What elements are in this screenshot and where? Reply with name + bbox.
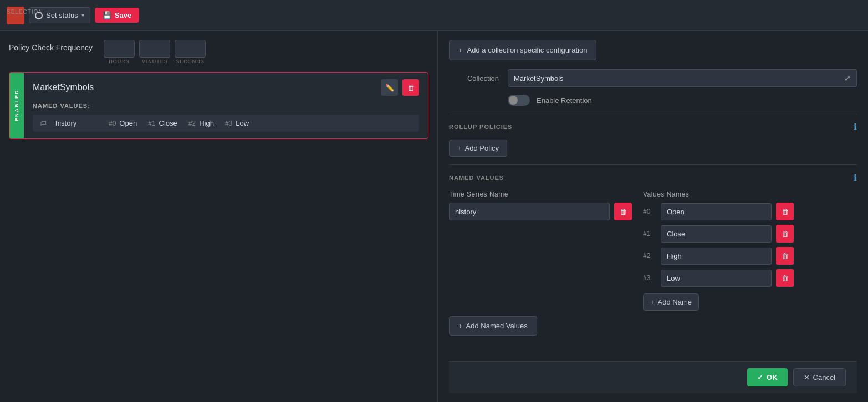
value-name-input-3[interactable] [661,270,772,287]
expand-icon: ⤢ [844,74,851,83]
nv-value-0: #0 Open [109,119,137,127]
card-edit-button[interactable]: ✏️ [381,79,398,96]
named-values-section-label: NAMED VALUES [449,174,504,181]
plus-icon-policy: + [457,144,462,152]
value-index-3: #3 [643,274,656,282]
card-header: MarketSymbols ✏️ 🗑 [33,79,419,96]
hours-label: HOURS [109,59,130,64]
collection-input-value: MarketSymbols [514,74,564,83]
enabled-tab: ENABLED [9,73,24,138]
time-series-name-label: Time Series Name [449,190,632,198]
value-name-row-2: #2 🗑 [643,247,794,265]
add-collection-label: Add a collection specific configuration [467,46,588,54]
hours-input[interactable] [104,40,135,58]
times-icon: ✕ [804,373,810,382]
add-collection-button[interactable]: + Add a collection specific configuratio… [449,40,596,60]
right-panel: + Add a collection specific configuratio… [438,31,868,402]
named-value-row: 🏷 history #0 Open #1 Close #2 [33,115,419,132]
value-name-input-2[interactable] [661,248,772,265]
ok-label: OK [767,373,778,382]
time-series-input-row: 🗑 [449,203,632,220]
nv-right-row: Time Series Name 🗑 Values Names #0 🗑 [449,190,857,311]
rollup-policies-label: ROLLUP POLICIES [449,123,512,130]
value-delete-button-2[interactable]: 🗑 [776,247,794,265]
collection-card: ENABLED MarketSymbols ✏️ 🗑 NAMED VALUES:… [9,72,428,139]
seconds-label: SECONDS [176,59,205,64]
right-inner: Collection MarketSymbols ⤢ Enable Retent… [449,69,857,352]
plus-icon-name: + [650,298,655,306]
time-inputs: HOURS MINUTES SECONDS [104,40,206,64]
card-actions: ✏️ 🗑 [381,79,419,96]
named-values-right: Time Series Name 🗑 Values Names #0 🗑 [449,190,857,336]
save-icon: 💾 [103,11,111,19]
value-delete-button-3[interactable]: 🗑 [776,269,794,287]
nv-values: #0 Open #1 Close #2 High #3 [109,119,412,127]
minutes-input-group: MINUTES [139,40,170,64]
enable-retention-toggle[interactable] [508,95,530,106]
collection-input[interactable]: MarketSymbols ⤢ [508,69,857,87]
nv-val-2: High [199,119,214,127]
add-policy-button[interactable]: + Add Policy [449,140,507,157]
card-delete-button[interactable]: 🗑 [402,79,419,96]
nv-val-3: Low [236,119,249,127]
collection-field-row: Collection MarketSymbols ⤢ [449,69,857,87]
save-button[interactable]: 💾 Save [95,8,139,23]
value-name-row-3: #3 🗑 [643,269,794,287]
cancel-button[interactable]: ✕ Cancel [793,368,846,386]
value-name-input-1[interactable] [661,225,772,243]
add-name-button[interactable]: + Add Name [643,293,699,311]
ok-button[interactable]: ✓ OK [747,368,788,386]
add-policy-label: Add Policy [465,144,499,152]
enable-retention-label: Enable Retention [537,96,592,105]
plus-icon-nv: + [458,322,463,330]
time-series-delete-button[interactable]: 🗑 [614,203,632,220]
card-title: MarketSymbols [33,83,94,92]
time-series-input[interactable] [449,203,610,220]
hours-input-group: HOURS [104,40,135,64]
nv-index-1: #1 [148,120,155,127]
add-name-label: Add Name [658,298,692,306]
value-name-input-0[interactable] [661,203,772,220]
chevron-down-icon: ▾ [81,12,84,18]
value-index-2: #2 [643,252,656,260]
nv-value-1: #1 Close [148,119,177,127]
nv-value-3: #3 Low [225,119,249,127]
cancel-label: Cancel [813,373,835,382]
divider-2 [449,164,857,165]
selection-group: SELECTION Set status ▾ 💾 Save [7,7,139,24]
rollup-policies-header-row: ROLLUP POLICIES ℹ [449,122,857,132]
left-panel: Policy Check Frequency HOURS MINUTES SEC… [0,31,438,402]
minutes-input[interactable] [139,40,170,58]
selection-label: SELECTION [7,9,43,15]
value-delete-button-0[interactable]: 🗑 [776,203,794,220]
bottom-actions: ✓ OK ✕ Cancel [449,361,857,393]
named-values-header-row: NAMED VALUES ℹ [449,173,857,183]
nv-val-1: Close [159,119,177,127]
set-status-label: Set status [46,11,78,19]
value-name-row-1: #1 🗑 [643,225,794,243]
plus-icon: + [458,46,463,54]
nv-index-2: #2 [188,120,196,127]
nv-index-0: #0 [109,120,116,127]
collection-field-label: Collection [449,74,499,83]
value-index-1: #1 [643,230,656,238]
tag-icon: 🏷 [39,119,47,127]
seconds-input-group: SECONDS [175,40,206,64]
save-label: Save [115,11,131,19]
policy-check-label: Policy Check Frequency [9,40,93,52]
nv-value-2: #2 High [188,119,214,127]
add-named-values-button[interactable]: + Add Named Values [449,316,537,336]
checkmark-icon: ✓ [757,373,763,382]
nv-val-0: Open [119,119,137,127]
value-index-0: #0 [643,208,656,215]
main-content: Policy Check Frequency HOURS MINUTES SEC… [0,31,868,402]
card-inner: MarketSymbols ✏️ 🗑 NAMED VALUES: 🏷 histo… [24,73,428,138]
values-names-label: Values Names [643,190,794,198]
divider-1 [449,114,857,114]
nv-name: history [55,119,100,127]
add-named-values-label: Add Named Values [466,322,528,330]
named-values-info-icon[interactable]: ℹ [854,173,857,183]
seconds-input[interactable] [175,40,206,58]
rollup-info-icon[interactable]: ℹ [854,122,857,132]
value-delete-button-1[interactable]: 🗑 [776,225,794,243]
